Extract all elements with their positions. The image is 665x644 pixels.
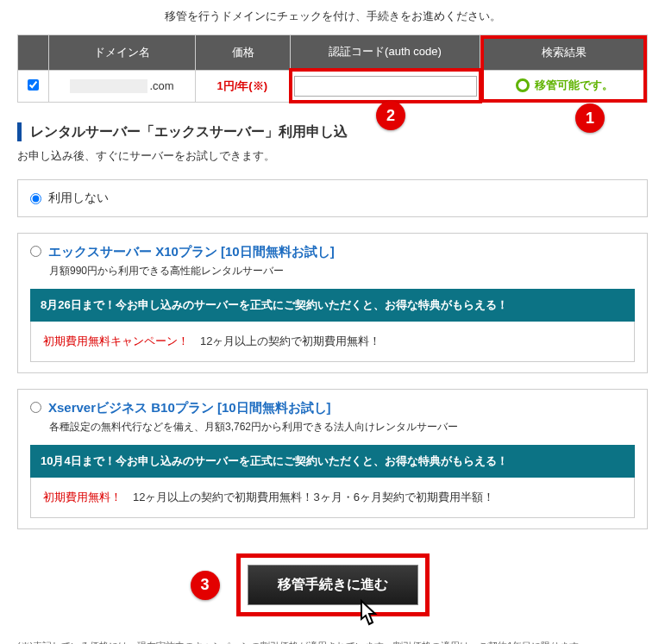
auth-code-input[interactable] — [294, 76, 477, 97]
col-result-header: 検索結果 — [480, 35, 648, 71]
option-b10-desc: 各種設定の無料代行などを備え、月額3,762円から利用できる法人向けレンタルサー… — [49, 420, 635, 435]
result-header-label: 検索結果 — [542, 46, 587, 59]
domain-tld: .com — [149, 79, 173, 92]
option-b10-box: Xserverビジネス B10プラン [10日間無料お試し] 各種設定の無料代行… — [17, 389, 648, 529]
footnotes: (※)表記している価格には、現在実施中のキャンペーンの割引価格が適用されています… — [17, 639, 648, 644]
b10-campaign-text: 12ヶ月以上の契約で初期費用無料！3ヶ月・6ヶ月契約で初期費用半額！ — [122, 491, 494, 503]
option-none-box: 利用しない — [17, 179, 648, 217]
option-none-label: 利用しない — [48, 191, 109, 206]
section-heading: レンタルサーバー「エックスサーバー」利用申し込 — [17, 122, 648, 141]
auth-header-label: 認証コード(auth code) — [329, 45, 442, 58]
footnote-line-1: (※)表記している価格には、現在実施中のキャンペーンの割引価格が適用されています… — [17, 639, 648, 644]
domain-blur-placeholder — [70, 79, 147, 93]
table-row: .com 1円/年(※) 移管可能です。 — [18, 70, 648, 102]
section-sub-text: お申し込み後、すぐにサーバーをお試しできます。 — [17, 148, 648, 164]
option-x10-desc: 月額990円から利用できる高性能レンタルサーバー — [49, 264, 635, 278]
annotation-badge-1: 1 — [575, 103, 605, 133]
domain-price: 1円/年(※) — [196, 70, 291, 102]
option-x10-title: エックスサーバー X10プラン [10日間無料お試し] — [48, 244, 335, 259]
section-title-text: レンタルサーバー「エックスサーバー」利用申し込 — [30, 123, 348, 141]
option-b10-title: Xserverビジネス B10プラン [10日間無料お試し] — [48, 400, 331, 415]
col-check-header — [18, 35, 49, 71]
x10-campaign-banner: 8月26日まで！今お申し込みのサーバーを正式にご契約いただくと、お得な特典がもら… — [30, 289, 635, 322]
x10-campaign-label: 初期費用無料キャンペーン！ — [43, 335, 189, 347]
option-x10-radio[interactable] — [30, 246, 41, 257]
annotation-badge-3: 3 — [191, 571, 220, 600]
annotation-badge-2: 2 — [376, 101, 405, 130]
option-none-radio[interactable] — [30, 193, 41, 204]
domain-select-checkbox[interactable] — [28, 79, 39, 91]
submit-highlight-frame: 3 移管手続きに進む — [236, 553, 430, 616]
b10-campaign-sub: 初期費用無料！ 12ヶ月以上の契約で初期費用無料！3ヶ月・6ヶ月契約で初期費用半… — [30, 478, 635, 518]
col-price-header: 価格 — [196, 35, 291, 71]
b10-campaign-label: 初期費用無料！ — [43, 491, 122, 503]
option-x10-box: エックスサーバー X10プラン [10日間無料お試し] 月額990円から利用でき… — [17, 233, 648, 373]
x10-campaign-sub: 初期費用無料キャンペーン！ 12ヶ月以上の契約で初期費用無料！ — [30, 322, 635, 362]
option-b10-radio[interactable] — [30, 402, 41, 413]
domain-table: ドメイン名 価格 認証コード(auth code) 検索結果 .com 1円/年… — [17, 34, 648, 103]
x10-campaign-text: 12ヶ月以上の契約で初期費用無料！ — [189, 335, 380, 347]
b10-campaign-banner: 10月4日まで！今お申し込みのサーバーを正式にご契約いただくと、お得な特典がもら… — [30, 445, 635, 478]
col-domain-header: ドメイン名 — [49, 35, 196, 71]
ok-circle-icon — [516, 78, 530, 92]
col-auth-header: 認証コード(auth code) — [291, 35, 480, 71]
submit-area: 3 移管手続きに進む — [17, 553, 648, 616]
instruction-text: 移管を行うドメインにチェックを付け、手続きをお進めください。 — [17, 9, 648, 24]
result-text: 移管可能です。 — [535, 78, 613, 93]
proceed-transfer-button[interactable]: 移管手続きに進む — [248, 565, 418, 605]
search-result: 移管可能です。 — [516, 78, 613, 93]
heading-bar-icon — [17, 122, 22, 141]
option-none[interactable]: 利用しない — [30, 191, 635, 206]
